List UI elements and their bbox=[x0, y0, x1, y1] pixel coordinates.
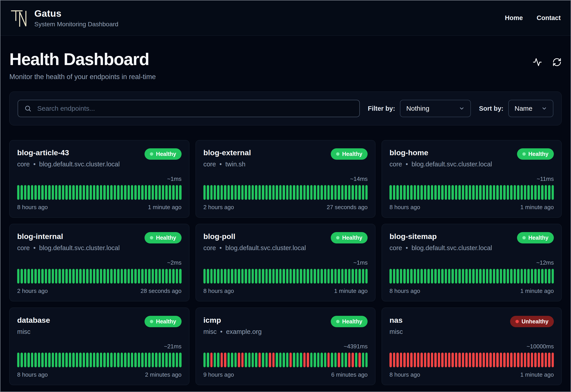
health-bar[interactable] bbox=[486, 185, 488, 200]
health-bar[interactable] bbox=[427, 269, 430, 283]
health-bar[interactable] bbox=[141, 352, 143, 367]
health-bar[interactable] bbox=[545, 185, 547, 200]
health-bar[interactable] bbox=[396, 269, 399, 283]
health-bar[interactable] bbox=[114, 352, 116, 367]
health-bar[interactable] bbox=[514, 185, 516, 200]
health-bar[interactable] bbox=[17, 352, 19, 367]
health-bar[interactable] bbox=[148, 352, 150, 367]
health-bar[interactable] bbox=[210, 269, 212, 283]
health-bar[interactable] bbox=[176, 185, 178, 200]
health-bar[interactable] bbox=[86, 185, 88, 200]
health-bar[interactable] bbox=[338, 185, 340, 200]
health-bar[interactable] bbox=[434, 352, 436, 367]
health-bar[interactable] bbox=[351, 269, 354, 283]
health-bar[interactable] bbox=[255, 352, 257, 367]
health-bar[interactable] bbox=[45, 185, 47, 200]
health-bar[interactable] bbox=[117, 185, 119, 200]
health-bar[interactable] bbox=[427, 352, 430, 367]
health-bar[interactable] bbox=[234, 269, 237, 283]
health-bar[interactable] bbox=[448, 352, 450, 367]
health-bar[interactable] bbox=[431, 352, 433, 367]
health-bar[interactable] bbox=[159, 352, 161, 367]
health-bar[interactable] bbox=[128, 269, 130, 283]
health-bar[interactable] bbox=[510, 185, 512, 200]
health-bar[interactable] bbox=[241, 269, 243, 283]
health-bar[interactable] bbox=[172, 269, 174, 283]
health-bar[interactable] bbox=[517, 185, 519, 200]
health-bar[interactable] bbox=[293, 352, 295, 367]
health-bar[interactable] bbox=[96, 185, 99, 200]
health-bar[interactable] bbox=[524, 352, 526, 367]
health-bar[interactable] bbox=[328, 269, 330, 283]
health-bar[interactable] bbox=[331, 185, 333, 200]
health-bar[interactable] bbox=[59, 185, 61, 200]
health-bar[interactable] bbox=[159, 185, 161, 200]
health-bar[interactable] bbox=[455, 185, 457, 200]
health-bar[interactable] bbox=[93, 269, 95, 283]
health-bar[interactable] bbox=[355, 269, 357, 283]
health-bar[interactable] bbox=[45, 269, 47, 283]
health-bar[interactable] bbox=[31, 352, 33, 367]
health-bar[interactable] bbox=[141, 269, 143, 283]
health-bar[interactable] bbox=[345, 269, 347, 283]
health-bar[interactable] bbox=[69, 185, 71, 200]
health-bar[interactable] bbox=[28, 269, 30, 283]
health-bar[interactable] bbox=[548, 352, 550, 367]
health-bar[interactable] bbox=[121, 185, 123, 200]
health-bar[interactable] bbox=[152, 269, 154, 283]
health-bar[interactable] bbox=[155, 269, 157, 283]
endpoint-card[interactable]: blog-article-43 core • blog.default.svc.… bbox=[9, 140, 189, 218]
health-bar[interactable] bbox=[59, 352, 61, 367]
health-bar[interactable] bbox=[403, 269, 406, 283]
health-bar[interactable] bbox=[341, 185, 344, 200]
health-bar[interactable] bbox=[107, 352, 109, 367]
health-bar[interactable] bbox=[307, 269, 309, 283]
health-bar[interactable] bbox=[455, 269, 457, 283]
health-bar[interactable] bbox=[289, 185, 292, 200]
health-bar[interactable] bbox=[286, 352, 288, 367]
health-bar[interactable] bbox=[390, 352, 392, 367]
health-bar[interactable] bbox=[100, 269, 102, 283]
health-bar[interactable] bbox=[227, 352, 230, 367]
health-bar[interactable] bbox=[155, 185, 157, 200]
health-bar[interactable] bbox=[90, 269, 92, 283]
health-bar[interactable] bbox=[83, 269, 85, 283]
health-bar[interactable] bbox=[90, 185, 92, 200]
health-bar[interactable] bbox=[207, 352, 209, 367]
health-bar[interactable] bbox=[493, 185, 495, 200]
health-bar[interactable] bbox=[431, 185, 433, 200]
health-bar[interactable] bbox=[465, 269, 467, 283]
health-bar[interactable] bbox=[55, 269, 57, 283]
health-bar[interactable] bbox=[400, 185, 402, 200]
uptime-bars[interactable] bbox=[390, 269, 554, 283]
health-bar[interactable] bbox=[476, 185, 478, 200]
health-bar[interactable] bbox=[489, 185, 492, 200]
health-bar[interactable] bbox=[552, 185, 554, 200]
health-bar[interactable] bbox=[79, 269, 81, 283]
health-bar[interactable] bbox=[55, 185, 57, 200]
health-bar[interactable] bbox=[48, 352, 50, 367]
health-bar[interactable] bbox=[441, 352, 443, 367]
health-bar[interactable] bbox=[172, 352, 174, 367]
endpoint-card[interactable]: nas misc • Unhealthy ~10000ms 8 hours ag… bbox=[382, 308, 562, 385]
health-bar[interactable] bbox=[100, 185, 102, 200]
health-bar[interactable] bbox=[279, 185, 282, 200]
health-bar[interactable] bbox=[524, 269, 526, 283]
health-bar[interactable] bbox=[348, 269, 350, 283]
health-bar[interactable] bbox=[296, 352, 299, 367]
uptime-bars[interactable] bbox=[17, 185, 181, 200]
health-bar[interactable] bbox=[448, 185, 450, 200]
health-bar[interactable] bbox=[90, 352, 92, 367]
health-bar[interactable] bbox=[86, 352, 88, 367]
health-bar[interactable] bbox=[538, 185, 540, 200]
health-bar[interactable] bbox=[258, 185, 261, 200]
health-bar[interactable] bbox=[310, 352, 313, 367]
health-bar[interactable] bbox=[114, 269, 116, 283]
health-bar[interactable] bbox=[241, 352, 243, 367]
health-bar[interactable] bbox=[476, 352, 478, 367]
health-bar[interactable] bbox=[534, 269, 536, 283]
health-bar[interactable] bbox=[45, 352, 47, 367]
health-bar[interactable] bbox=[241, 185, 243, 200]
health-bar[interactable] bbox=[231, 185, 233, 200]
health-bar[interactable] bbox=[134, 352, 136, 367]
